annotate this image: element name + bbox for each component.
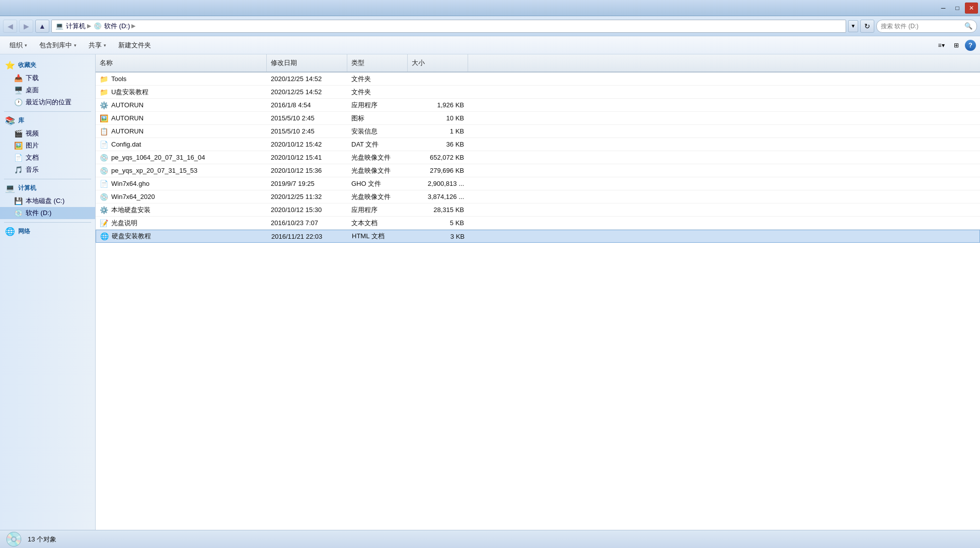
table-row[interactable]: 📁 Tools 2020/12/25 14:52 文件夹 (96, 73, 980, 86)
search-box[interactable]: 🔍 (876, 20, 977, 33)
organize-dropdown-icon: ▾ (25, 43, 27, 48)
table-row[interactable]: 📋 AUTORUN 2015/5/10 2:45 安装信息 1 KB (96, 125, 980, 138)
computer-icon: 💻 (55, 22, 64, 31)
table-row[interactable]: 📁 U盘安装教程 2020/12/25 14:52 文件夹 (96, 86, 980, 99)
view-toggle-button[interactable]: ≡ ▾ (935, 39, 948, 52)
file-icon: 🖼️ (100, 114, 108, 122)
view-arrow-icon: ▾ (942, 42, 945, 49)
table-row[interactable]: 💿 Win7x64_2020 2020/12/25 11:32 光盘映像文件 3… (96, 190, 980, 203)
table-row[interactable]: 🌐 硬盘安装教程 2016/11/21 22:03 HTML 文档 3 KB (96, 230, 980, 243)
library-icon: 📚 (5, 116, 15, 125)
sidebar-item-documents[interactable]: 📄 文档 (0, 152, 95, 164)
search-input[interactable] (881, 23, 962, 30)
table-row[interactable]: 📄 Config.dat 2020/10/12 15:42 DAT 文件 36 … (96, 138, 980, 151)
sidebar-header-network[interactable]: 🌐 网络 (0, 225, 95, 238)
back-button[interactable]: ◀ (3, 20, 17, 33)
view-icon: ≡ (938, 42, 941, 49)
file-list-area: 名称 修改日期 类型 大小 📁 Tools 2020/12/25 14:52 文… (96, 54, 980, 530)
include-library-button[interactable]: 包含到库中 ▾ (34, 38, 82, 52)
sidebar-header-library[interactable]: 📚 库 (0, 114, 95, 127)
column-headers: 名称 修改日期 类型 大小 (96, 54, 980, 73)
file-name-label: Config.dat (111, 141, 141, 148)
file-name-label: U盘安装教程 (111, 88, 148, 97)
refresh-button[interactable]: ↻ (860, 20, 874, 33)
file-type-cell: HTML 文档 (348, 230, 408, 242)
sidebar-item-pictures[interactable]: 🖼️ 图片 (0, 140, 95, 152)
file-name-cell: ⚙️ 本地硬盘安装 (96, 203, 267, 216)
maximize-button[interactable]: □ (951, 3, 964, 14)
table-row[interactable]: 🖼️ AUTORUN 2015/5/10 2:45 图标 10 KB (96, 112, 980, 125)
sidebar-item-video[interactable]: 🎬 视频 (0, 127, 95, 140)
up-button[interactable]: ▲ (35, 20, 49, 33)
statusbar-icon: 💿 (5, 531, 23, 547)
toolbar: 组织 ▾ 包含到库中 ▾ 共享 ▾ 新建文件夹 ≡ ▾ ⊞ ? (0, 36, 980, 54)
address-dropdown-button[interactable]: ▼ (848, 20, 858, 32)
main-layout: ⭐ 收藏夹 📥 下载 🖥️ 桌面 🕐 最近访问的位置 📚 库 (0, 54, 980, 530)
forward-button[interactable]: ▶ (19, 20, 33, 33)
close-button[interactable]: ✕ (965, 3, 978, 14)
table-row[interactable]: 📄 Win7x64.gho 2019/9/7 19:25 GHO 文件 2,90… (96, 177, 980, 190)
sidebar-divider-2 (4, 179, 91, 179)
file-type-cell: 安装信息 (347, 125, 408, 138)
drive-c-icon: 💾 (14, 197, 23, 205)
file-date-cell: 2015/5/10 2:45 (267, 125, 347, 138)
layout-button[interactable]: ⊞ (950, 39, 963, 52)
download-icon: 📥 (14, 74, 23, 82)
recent-icon: 🕐 (14, 98, 23, 106)
file-name-label: Win7x64_2020 (111, 193, 155, 200)
sidebar-item-music[interactable]: 🎵 音乐 (0, 164, 95, 176)
file-name-cell: 💿 Win7x64_2020 (96, 190, 267, 203)
sidebar-favorites-label: 收藏夹 (18, 61, 36, 70)
organize-button[interactable]: 组织 ▾ (4, 38, 33, 52)
statusbar-text: 13 个对象 (28, 535, 56, 544)
table-row[interactable]: 💿 pe_yqs_1064_20_07_31_16_04 2020/10/12 … (96, 151, 980, 164)
table-row[interactable]: 📝 光盘说明 2016/10/23 7:07 文本文档 5 KB (96, 217, 980, 230)
file-icon: 📁 (100, 88, 108, 96)
file-size-cell: 3,874,126 ... (408, 190, 468, 203)
table-row[interactable]: ⚙️ AUTORUN 2016/1/8 4:54 应用程序 1,926 KB (96, 99, 980, 112)
sidebar-item-recent[interactable]: 🕐 最近访问的位置 (0, 96, 95, 108)
column-header-type[interactable]: 类型 (347, 54, 408, 72)
file-type-cell: 文本文档 (347, 217, 408, 229)
file-name-label: Win7x64.gho (111, 180, 149, 187)
sidebar-header-favorites[interactable]: ⭐ 收藏夹 (0, 58, 95, 72)
layout-icon: ⊞ (954, 42, 959, 49)
sidebar-item-video-label: 视频 (26, 129, 39, 138)
file-name-cell: ⚙️ AUTORUN (96, 99, 267, 111)
sidebar-item-documents-label: 文档 (26, 153, 39, 162)
sidebar-header-computer[interactable]: 💻 计算机 (0, 181, 95, 195)
file-type-cell: DAT 文件 (347, 138, 408, 151)
titlebar-buttons: ─ □ ✕ (937, 3, 978, 14)
sidebar-item-download[interactable]: 📥 下载 (0, 72, 95, 84)
sidebar-item-drive-c[interactable]: 💾 本地磁盘 (C:) (0, 195, 95, 207)
file-name-cell: 💿 pe_yqs_xp_20_07_31_15_53 (96, 164, 267, 177)
file-icon: 💿 (100, 167, 108, 175)
file-type-cell: 光盘映像文件 (347, 151, 408, 164)
sidebar-item-desktop-label: 桌面 (26, 86, 39, 95)
share-button[interactable]: 共享 ▾ (83, 38, 112, 52)
sidebar-item-desktop[interactable]: 🖥️ 桌面 (0, 84, 95, 96)
minimize-button[interactable]: ─ (937, 3, 950, 14)
new-folder-button[interactable]: 新建文件夹 (113, 38, 157, 52)
file-date-cell: 2020/10/12 15:36 (267, 164, 347, 177)
sidebar-divider-1 (4, 111, 91, 112)
file-size-cell: 36 KB (408, 138, 468, 151)
sidebar-item-download-label: 下载 (26, 74, 39, 83)
share-dropdown-icon: ▾ (104, 43, 106, 48)
file-name-label: AUTORUN (111, 127, 143, 135)
column-header-date[interactable]: 修改日期 (267, 54, 347, 72)
table-row[interactable]: ⚙️ 本地硬盘安装 2020/10/12 15:30 应用程序 28,315 K… (96, 203, 980, 217)
file-size-cell: 2,900,813 ... (408, 177, 468, 190)
column-header-name[interactable]: 名称 (96, 54, 267, 72)
documents-icon: 📄 (14, 154, 23, 162)
sidebar-network-label: 网络 (18, 227, 30, 236)
table-row[interactable]: 💿 pe_yqs_xp_20_07_31_15_53 2020/10/12 15… (96, 164, 980, 177)
file-size-cell: 1,926 KB (408, 99, 468, 111)
column-header-size[interactable]: 大小 (408, 54, 468, 72)
help-button[interactable]: ? (965, 40, 976, 51)
dropdown-arrow-icon: ▼ (851, 23, 856, 29)
address-path[interactable]: 💻 计算机 ▶ 💿 软件 (D:) ▶ (51, 20, 846, 33)
file-date-cell: 2015/5/10 2:45 (267, 112, 347, 124)
sidebar-item-drive-d[interactable]: 💿 软件 (D:) (0, 207, 95, 219)
breadcrumb-drive: 软件 (D:) ▶ (104, 22, 135, 31)
